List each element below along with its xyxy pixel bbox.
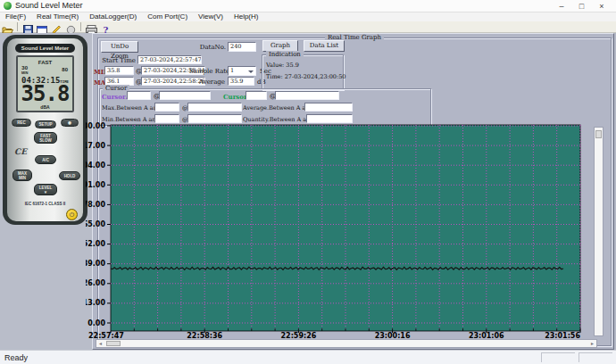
y-tick-label: 65.00	[86, 220, 105, 228]
data-list-button[interactable]: Data List	[304, 40, 345, 52]
status-text: Ready	[4, 353, 28, 362]
edit-icon[interactable]	[49, 21, 63, 32]
plot-area	[111, 125, 580, 331]
y-tick-label: 117.00	[86, 142, 105, 150]
window-title: Sound Level Meter	[15, 1, 83, 10]
device-setup-button: SETUP	[35, 120, 56, 128]
y-tick-label: 0.00	[87, 319, 105, 327]
device-photo: Sound Level Meter FAST 30MIN 80 04:32:15…	[3, 35, 87, 225]
ce-mark: CE	[14, 147, 27, 156]
indication-value: Value: 35.9	[266, 62, 299, 69]
window-icon[interactable]	[35, 21, 49, 32]
maximize-button[interactable]: □	[572, 0, 590, 12]
start-time-field[interactable]: 27-03-2024,22:57:47	[137, 55, 202, 64]
sample-rate-select[interactable]: 1	[228, 66, 256, 76]
dropdown-arrow-icon	[248, 70, 254, 73]
y-tick-label: 130.00	[86, 122, 105, 130]
cursor-b-value-field[interactable]	[246, 91, 267, 100]
max-between-value-field[interactable]	[154, 103, 179, 112]
average-label: Average	[196, 79, 225, 86]
start-time-label: Start Time	[100, 57, 136, 64]
device-max-min-button: MAXMIN	[12, 170, 32, 181]
vertical-scrollbar-thumb[interactable]	[595, 130, 602, 138]
max-between-time-field[interactable]	[187, 103, 242, 112]
title-bar: Sound Level Meter – □ ×	[0, 0, 616, 12]
menu-help-h[interactable]: Help(H)	[229, 12, 264, 21]
device-class-label: IEC 61672-1 CLASS II	[7, 202, 83, 206]
menu-real-time-r[interactable]: Real Time(R)	[31, 12, 84, 21]
device-brand-label: Sound Level Meter	[15, 44, 75, 53]
device-fast-slow-button: FASTSLOW	[34, 132, 57, 144]
app-icon	[4, 2, 12, 10]
cursor-a-value-field[interactable]	[127, 91, 151, 100]
save-icon[interactable]	[21, 21, 35, 32]
status-separator	[541, 352, 575, 362]
min-value-field[interactable]: 35.8	[104, 66, 134, 75]
help-icon[interactable]: ?	[98, 21, 112, 32]
device-power-key-icon: ⏻	[66, 209, 78, 220]
status-separator	[579, 352, 612, 362]
y-tick-label: 26.00	[86, 279, 105, 287]
lcd-range-high: 80	[62, 67, 68, 72]
lcd-unit: dBA	[18, 104, 72, 110]
datano-label: DataNo.	[190, 44, 226, 51]
toolbar: ?	[0, 21, 616, 33]
chart-horizontal-scrollbar[interactable]: ◄ ►	[96, 339, 597, 348]
y-tick-label: 39.00	[86, 260, 105, 268]
device-lcd: FAST 30MIN 80 04:32:15TIME 35.8 dBA	[16, 55, 74, 112]
open-icon[interactable]	[0, 21, 14, 32]
device-power-button: ◉	[61, 119, 79, 127]
indication-title: Indication	[266, 51, 304, 58]
menu-file-f[interactable]: File(F)	[0, 12, 31, 21]
status-bar: Ready	[0, 350, 616, 364]
stop-icon[interactable]	[63, 21, 78, 32]
undo-zoom-button[interactable]: UnDo Zoom	[101, 41, 138, 53]
device-hold-button: HOLD	[59, 171, 80, 180]
chart-vertical-scrollbar[interactable]	[594, 127, 604, 336]
y-tick-label: 52.00	[86, 240, 105, 248]
indication-time: Time: 27-03-2024,23:00:50	[266, 73, 345, 80]
toolbar-separator	[80, 22, 81, 31]
cursor-a-time-field[interactable]	[159, 91, 211, 100]
toolbar-separator	[17, 22, 18, 31]
avg-between-field[interactable]	[304, 103, 353, 112]
scroll-right-arrow-icon[interactable]: ►	[588, 340, 596, 347]
menu-com-port-c[interactable]: Com Port(C)	[142, 12, 193, 21]
realtime-chart[interactable]: 130.00117.00104.0091.0078.0065.0052.0039…	[86, 121, 607, 341]
lcd-value: 35.8	[18, 82, 72, 105]
y-tick-label: 104.00	[86, 161, 105, 170]
cursor-title: Cursor	[103, 85, 129, 92]
menu-bar: File(F)Real Time(R)DataLogger(D)Com Port…	[0, 12, 616, 21]
device-ac-button: A/C	[35, 155, 56, 164]
indication-groupbox: Indication	[262, 54, 344, 90]
y-tick-label: 13.00	[86, 299, 105, 307]
sample-rate-label: Sample Rate	[189, 68, 225, 75]
average-field[interactable]: 35.9	[228, 77, 254, 86]
device-panel: Sound Level Meter FAST 30MIN 80 04:32:15…	[0, 33, 92, 350]
lcd-range-low: 30MIN	[21, 66, 28, 75]
device-level-button: LEVEL▼	[34, 184, 57, 195]
device-rec-button: REC	[12, 119, 31, 127]
menu-view-v[interactable]: View(V)	[193, 12, 229, 21]
close-button[interactable]: ×	[593, 0, 611, 12]
minimize-button[interactable]: –	[553, 0, 570, 12]
print-icon[interactable]	[84, 21, 98, 32]
datano-field[interactable]: 240	[228, 42, 256, 52]
horizontal-scrollbar-thumb[interactable]	[106, 341, 121, 346]
scroll-left-arrow-icon[interactable]: ◄	[96, 340, 104, 347]
cursor-b-time-field[interactable]	[275, 91, 339, 100]
device-face: Sound Level Meter FAST 30MIN 80 04:32:15…	[7, 38, 83, 221]
y-tick-label: 78.00	[86, 201, 105, 209]
y-tick-label: 91.00	[86, 181, 105, 189]
menu-datalogger-d[interactable]: DataLogger(D)	[84, 12, 142, 21]
